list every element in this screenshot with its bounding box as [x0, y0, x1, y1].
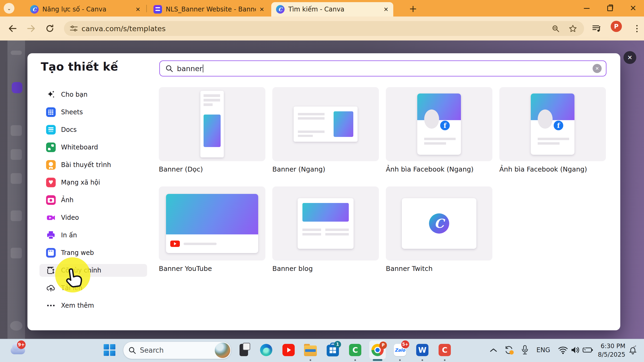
template-thumbnail[interactable]: C: [386, 186, 492, 261]
mock-bottom-bar: [166, 234, 258, 253]
mock-facebook-cover: f: [531, 93, 574, 155]
template-thumbnail[interactable]: [272, 186, 379, 261]
tab-nang-luc-so[interactable]: C Năng lực số - Canva ✕: [25, 2, 145, 17]
sidebar-item-bai-thuyet-trinh[interactable]: Bài thuyết trình: [39, 158, 147, 171]
template-thumbnail[interactable]: [159, 87, 265, 161]
powerpoint-extension-icon[interactable]: P: [611, 21, 622, 32]
sidebar-item-whiteboard[interactable]: Whiteboard: [39, 141, 147, 154]
template-thumbnail[interactable]: [159, 186, 265, 261]
start-button[interactable]: [104, 344, 115, 356]
social-heart-icon: ♥: [46, 178, 56, 187]
presentation-icon: [46, 160, 56, 170]
running-indicator: [399, 359, 401, 361]
tab-close-icon[interactable]: ✕: [384, 6, 388, 13]
zoom-out-icon[interactable]: [552, 25, 560, 32]
window-close-button[interactable]: ✕: [626, 2, 641, 15]
gradient-block: [417, 93, 461, 120]
speaker-icon[interactable]: [569, 345, 581, 355]
template-banner-ngang[interactable]: Banner (Ngang): [272, 87, 379, 173]
tab-close-icon[interactable]: ✕: [136, 6, 140, 13]
tab-nls-banner-website[interactable]: NLS_Banner Website - Banner n ✕: [149, 2, 269, 17]
sidebar-item-mang-xa-hoi[interactable]: ♥ Mạng xã hội: [39, 176, 147, 189]
photo-camera-icon: [46, 195, 56, 205]
modal-title: Tạo thiết kế: [41, 60, 118, 73]
template-label: Banner YouTube: [159, 265, 265, 272]
template-facebook-cover[interactable]: f Ảnh bìa Facebook (Ngang): [386, 87, 492, 173]
sidebar-item-sheets[interactable]: Sheets: [39, 106, 147, 119]
microphone-icon[interactable]: [519, 345, 531, 355]
gradient-block: [166, 194, 258, 234]
tab-close-icon[interactable]: ✕: [260, 6, 264, 13]
skeleton-lines: [538, 138, 570, 145]
screen: { "browser": { "tabs": [ {"title": "Năng…: [0, 0, 644, 362]
template-search-input[interactable]: banner ✕: [159, 60, 606, 76]
docs-icon: [46, 125, 56, 135]
tab-search-button[interactable]: ⌄: [4, 3, 14, 14]
running-indicator: [422, 359, 423, 361]
reload-icon[interactable]: [43, 21, 57, 36]
dimmed-sidebar-item: [11, 173, 22, 184]
tray-chevron-icon[interactable]: [488, 345, 499, 355]
template-banner-blog[interactable]: Banner blog: [272, 186, 379, 272]
snipping-app-icon[interactable]: [237, 344, 250, 356]
sidebar-item-label: Whiteboard: [61, 144, 98, 151]
clear-search-icon[interactable]: ✕: [593, 64, 602, 73]
modal-sidebar: Cho bạn Sheets Docs Whiteboard Bài thuyế…: [39, 88, 147, 317]
video-camera-icon: [46, 213, 56, 222]
taskbar-search[interactable]: Search: [123, 341, 231, 359]
youtube-icon[interactable]: [282, 344, 295, 356]
gradient-block: [334, 111, 353, 137]
tab-tim-kiem-active[interactable]: C Tìm kiếm - Canva ✕: [271, 2, 393, 17]
powerpoint-overlay-badge: P: [379, 341, 387, 349]
sidebar-item-trang-web[interactable]: Trang web: [39, 246, 147, 259]
browser-menu-icon[interactable]: [631, 22, 643, 35]
sidebar-item-cho-ban[interactable]: Cho bạn: [39, 88, 147, 101]
tab-title: Tìm kiếm - Canva: [288, 6, 380, 13]
sidebar-item-xem-them[interactable]: Xem thêm: [39, 299, 147, 312]
red-c-app-icon[interactable]: C: [438, 344, 451, 356]
url-bar[interactable]: canva.com/s/templates: [64, 21, 584, 36]
wifi-icon[interactable]: [557, 345, 569, 355]
template-thumbnail[interactable]: f: [386, 87, 492, 161]
search-highlight-image[interactable]: [215, 343, 230, 358]
edge-icon[interactable]: [260, 344, 273, 356]
word-icon[interactable]: W: [416, 344, 429, 356]
file-explorer-icon[interactable]: [304, 344, 317, 356]
dimmed-sidebar-item: [11, 51, 22, 55]
clock[interactable]: 6:30 PM 8/5/2025: [590, 342, 625, 359]
template-banner-youtube[interactable]: Banner YouTube: [159, 186, 265, 272]
sheets-icon: [46, 107, 56, 117]
sidebar-item-docs[interactable]: Docs: [39, 123, 147, 136]
sidebar-item-anh[interactable]: Ảnh: [39, 194, 147, 206]
camtasia-icon[interactable]: C: [349, 344, 362, 356]
template-banner-twitch[interactable]: C Banner Twitch: [386, 186, 492, 272]
window-restore-button[interactable]: [602, 2, 617, 15]
template-thumbnail[interactable]: [272, 87, 379, 161]
media-playlist-icon[interactable]: [589, 21, 604, 36]
back-icon[interactable]: [5, 21, 20, 36]
sidebar-item-in-an[interactable]: In ấn: [39, 229, 147, 242]
browser-tab-strip: ⌄ C Năng lực số - Canva ✕ NLS_Banner Web…: [0, 0, 644, 17]
window-minimize-button[interactable]: [579, 2, 594, 15]
sidebar-item-label: Ảnh: [61, 196, 74, 204]
language-indicator[interactable]: ENG: [534, 345, 552, 355]
dimmed-sidebar-item: [11, 248, 22, 258]
new-tab-button[interactable]: +: [407, 3, 419, 14]
template-facebook-cover[interactable]: f Ảnh bìa Facebook (Ngang): [499, 87, 606, 173]
template-thumbnail[interactable]: f: [499, 87, 606, 161]
tab-divider: [146, 5, 147, 12]
forward-icon[interactable]: [24, 21, 38, 36]
sidebar-item-video[interactable]: Video: [39, 211, 147, 224]
sidebar-item-label: Docs: [61, 126, 77, 133]
bookmark-star-icon[interactable]: [569, 25, 577, 33]
sync-icon[interactable]: [502, 345, 516, 355]
skeleton-lines: [302, 229, 349, 239]
notification-bell-icon[interactable]: zz: [627, 345, 639, 355]
skeleton-lines: [424, 138, 456, 145]
canva-logo-icon: C: [276, 5, 285, 14]
template-banner-doc[interactable]: Banner (Dọc): [159, 87, 265, 173]
modal-close-icon[interactable]: ✕: [623, 51, 636, 64]
site-settings-icon[interactable]: [70, 25, 78, 32]
zalo-badge: 5+: [401, 340, 409, 348]
sidebar-item-tai-len[interactable]: Tải lên: [39, 282, 147, 294]
